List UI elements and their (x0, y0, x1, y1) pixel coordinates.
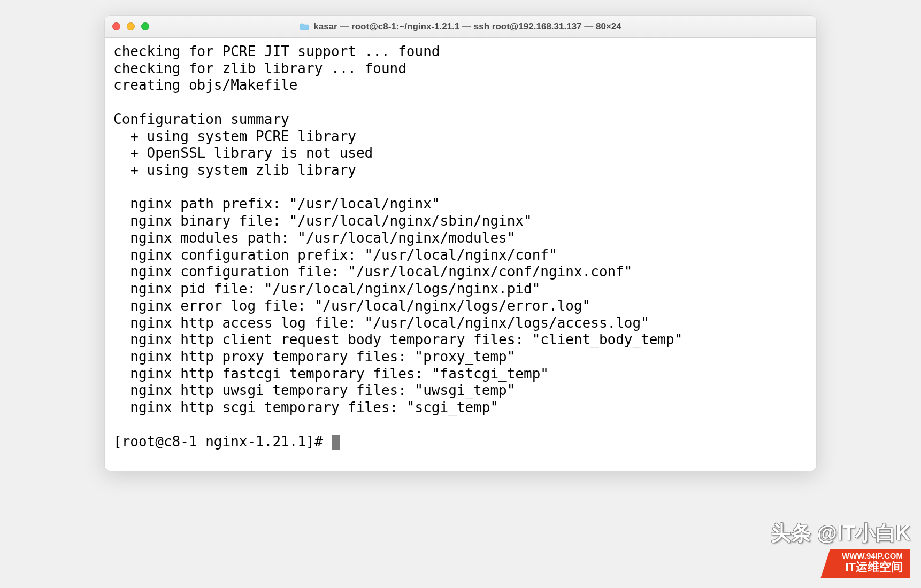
titlebar[interactable]: kasar — root@c8-1:~/nginx-1.21.1 — ssh r… (105, 16, 816, 38)
cursor (332, 435, 340, 450)
folder-icon (300, 23, 309, 30)
watermark: 头条 @IT小白K WWW.94IP.COM IT运维空间 (771, 520, 910, 578)
watermark-site: IT运维空间 (845, 560, 903, 574)
terminal-output[interactable]: checking for PCRE JIT support ... found … (105, 38, 816, 471)
maximize-button[interactable] (141, 22, 149, 30)
minimize-button[interactable] (127, 22, 135, 30)
window-title: kasar — root@c8-1:~/nginx-1.21.1 — ssh r… (313, 21, 621, 32)
window-title-area: kasar — root@c8-1:~/nginx-1.21.1 — ssh r… (105, 21, 816, 32)
watermark-badge: WWW.94IP.COM IT运维空间 (820, 549, 910, 578)
traffic-lights (112, 22, 149, 30)
terminal-lines: checking for PCRE JIT support ... found … (113, 43, 682, 415)
watermark-author: 头条 @IT小白K (771, 520, 910, 547)
terminal-window: kasar — root@c8-1:~/nginx-1.21.1 — ssh r… (104, 15, 817, 471)
shell-prompt: [root@c8-1 nginx-1.21.1]# (113, 434, 331, 450)
watermark-url: WWW.94IP.COM (842, 551, 903, 560)
close-button[interactable] (112, 22, 120, 30)
